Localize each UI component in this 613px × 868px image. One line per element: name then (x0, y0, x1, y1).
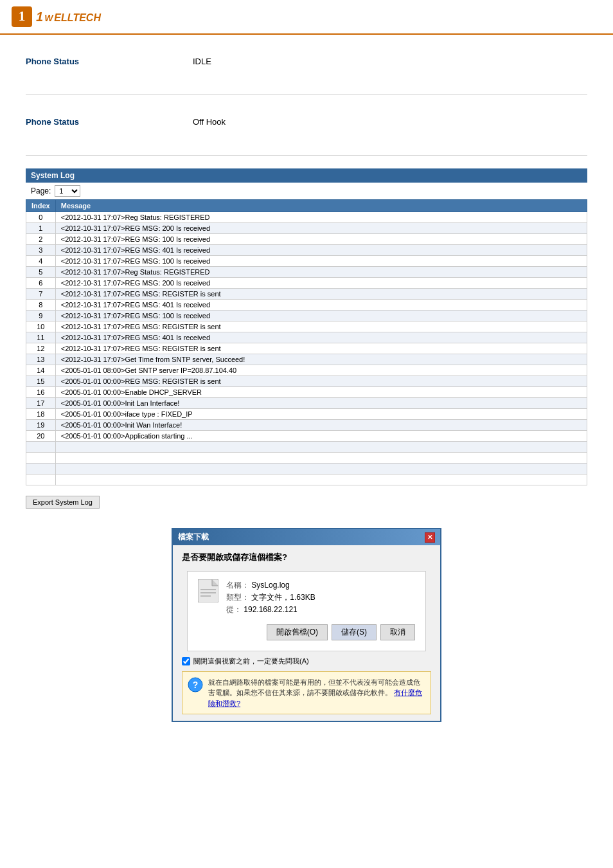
log-index-cell: 15 (26, 376, 56, 387)
phone-status-row-2: Phone Status Off Hook (26, 114, 587, 129)
file-type-value: 文字文件，1.63KB (251, 593, 315, 602)
log-index-cell: 9 (26, 311, 56, 321)
log-index-cell: 4 (26, 256, 56, 267)
divider-2 (26, 155, 587, 156)
log-table-row: 1<2012-10-31 17:07>REG MSG: 200 Is recei… (26, 223, 587, 234)
divider-1 (26, 95, 587, 95)
log-index-cell: 21 (26, 442, 56, 453)
phone-status-section-2: Phone Status Off Hook (26, 108, 587, 136)
file-name-value: SysLog.log (251, 581, 289, 590)
log-index-cell: 6 (26, 278, 56, 289)
dialog-overlay: 檔案下載 ✕ 是否要開啟或儲存這個檔案? (26, 528, 587, 722)
export-btn-container: Export System Log (26, 491, 587, 509)
logo-brand-2: W (44, 13, 53, 23)
log-table-row: 23 (26, 464, 587, 475)
log-index-cell: 8 (26, 300, 56, 311)
log-message-cell (55, 453, 587, 464)
log-index-cell: 18 (26, 409, 56, 420)
log-table-row: 4<2012-10-31 17:07>REG MSG: 100 Is recei… (26, 256, 587, 267)
phone-status-section-1: Phone Status IDLE (26, 48, 587, 75)
dialog-file-info: 名稱： SysLog.log 類型： 文字文件，1.63KB 從： 192.16… (198, 579, 415, 617)
log-index-cell: 10 (26, 321, 56, 332)
dialog-save-button[interactable]: 儲存(S) (332, 624, 377, 640)
phone-status-label-2: Phone Status (26, 117, 154, 127)
log-message-cell: <2012-10-31 17:07>REG MSG: 401 Is receiv… (55, 245, 587, 256)
log-table-row: 7<2012-10-31 17:07>REG MSG: REGISTER is … (26, 289, 587, 300)
log-message-cell: <2012-10-31 17:07>REG MSG: 100 Is receiv… (55, 234, 587, 245)
dialog-question: 是否要開啟或儲存這個檔案? (182, 552, 431, 563)
svg-text:1: 1 (19, 8, 26, 24)
logo: 1 1 W ELLTECH (10, 5, 101, 28)
log-index-cell: 16 (26, 387, 56, 398)
log-message-cell: <2005-01-01 00:00>REG MSG: REGISTER is s… (55, 376, 587, 387)
log-table-row: 11<2012-10-31 17:07>REG MSG: 401 Is rece… (26, 332, 587, 343)
log-message-cell: <2012-10-31 17:07>REG MSG: 200 Is receiv… (55, 278, 587, 289)
log-message-cell: <2005-01-01 00:00>Init Wan Interface! (55, 420, 587, 431)
log-message-cell: <2012-10-31 17:07>REG MSG: REGISTER is s… (55, 289, 587, 300)
dialog-warning-text: 就在自網路取得的檔案可能是有用的，但並不代表沒有可能会造成危害電腦。如果您不信任… (208, 677, 425, 709)
log-table-row: 22 (26, 453, 587, 464)
file-from-value: 192.168.22.121 (244, 605, 297, 614)
log-message-cell: <2012-10-31 17:07>REG MSG: 401 Is receiv… (55, 332, 587, 343)
col-index: Index (26, 200, 56, 212)
log-table-row: 12<2012-10-31 17:07>REG MSG: REGISTER is… (26, 343, 587, 354)
log-table-row: 16<2005-01-01 00:00>Enable DHCP_SERVER (26, 387, 587, 398)
page-header: 1 1 W ELLTECH (0, 0, 613, 35)
phone-status-label-1: Phone Status (26, 57, 154, 66)
log-message-cell (55, 442, 587, 453)
log-table-row: 6<2012-10-31 17:07>REG MSG: 200 Is recei… (26, 278, 587, 289)
log-table-row: 10<2012-10-31 17:07>REG MSG: REGISTER is… (26, 321, 587, 332)
file-from-label: 從： (226, 605, 242, 614)
log-message-cell: <2005-01-01 00:00>Enable DHCP_SERVER (55, 387, 587, 398)
log-message-cell: <2005-01-01 00:00>iface type : FIXED_IP (55, 409, 587, 420)
dialog-body: 名稱： SysLog.log 類型： 文字文件，1.63KB 從： 192.16… (187, 571, 426, 651)
logo-brand-1: 1 (36, 10, 43, 24)
dialog-buttons: 開啟舊檔(O) 儲存(S) 取消 (198, 624, 415, 640)
page-label: Page: (31, 186, 51, 195)
file-type-label: 類型： (226, 593, 249, 602)
log-message-cell: <2005-01-01 00:00>Application starting .… (55, 431, 587, 442)
log-table-row: 21 (26, 442, 587, 453)
file-details: 名稱： SysLog.log 類型： 文字文件，1.63KB 從： 192.16… (226, 579, 315, 617)
log-message-cell: <2012-10-31 17:07>REG MSG: REGISTER is s… (55, 321, 587, 332)
file-name-label: 名稱： (226, 581, 249, 590)
log-index-cell: 1 (26, 223, 56, 234)
log-table-row: 18<2005-01-01 00:00>iface type : FIXED_I… (26, 409, 587, 420)
log-message-cell: <2005-01-01 00:00>Init Lan Interface! (55, 398, 587, 409)
dialog-cancel-button[interactable]: 取消 (380, 624, 415, 640)
log-index-cell: 14 (26, 365, 56, 376)
log-table-row: 24 (26, 475, 587, 485)
download-dialog: 檔案下載 ✕ 是否要開啟或儲存這個檔案? (172, 528, 441, 722)
warning-icon: ? (188, 677, 203, 692)
dialog-titlebar: 檔案下載 ✕ (173, 529, 440, 545)
log-index-cell: 2 (26, 234, 56, 245)
log-index-cell: 19 (26, 420, 56, 431)
phone-status-value-1: IDLE (193, 57, 211, 66)
col-message: Message (55, 200, 587, 212)
log-index-cell: 0 (26, 212, 56, 223)
log-index-cell: 22 (26, 453, 56, 464)
dialog-checkbox[interactable] (182, 657, 190, 665)
log-index-cell: 24 (26, 475, 56, 485)
log-table-row: 14<2005-01-01 08:00>Get SNTP server IP=2… (26, 365, 587, 376)
log-table-row: 20<2005-01-01 00:00>Application starting… (26, 431, 587, 442)
page-select[interactable]: 1 (55, 185, 80, 197)
file-icon (198, 579, 218, 602)
dialog-warning-row: ? 就在自網路取得的檔案可能是有用的，但並不代表沒有可能会造成危害電腦。如果您不… (182, 671, 431, 715)
log-index-cell: 5 (26, 267, 56, 278)
log-table-row: 9<2012-10-31 17:07>REG MSG: 100 Is recei… (26, 311, 587, 321)
log-index-cell: 23 (26, 464, 56, 475)
log-table-row: 17<2005-01-01 00:00>Init Lan Interface! (26, 398, 587, 409)
export-system-log-button[interactable]: Export System Log (26, 496, 100, 509)
log-index-cell: 17 (26, 398, 56, 409)
dialog-title: 檔案下載 (178, 532, 209, 543)
dialog-close-button[interactable]: ✕ (425, 532, 435, 543)
dialog-open-button[interactable]: 開啟舊檔(O) (267, 624, 328, 640)
log-table-row: 5<2012-10-31 17:07>Reg Status: REGISTERE… (26, 267, 587, 278)
system-log-title: System Log (26, 168, 587, 183)
log-message-cell: <2012-10-31 17:07>REG MSG: 100 Is receiv… (55, 256, 587, 267)
page-row: Page: 1 (26, 183, 587, 199)
log-index-cell: 20 (26, 431, 56, 442)
log-index-cell: 7 (26, 289, 56, 300)
svg-text:?: ? (193, 680, 199, 690)
